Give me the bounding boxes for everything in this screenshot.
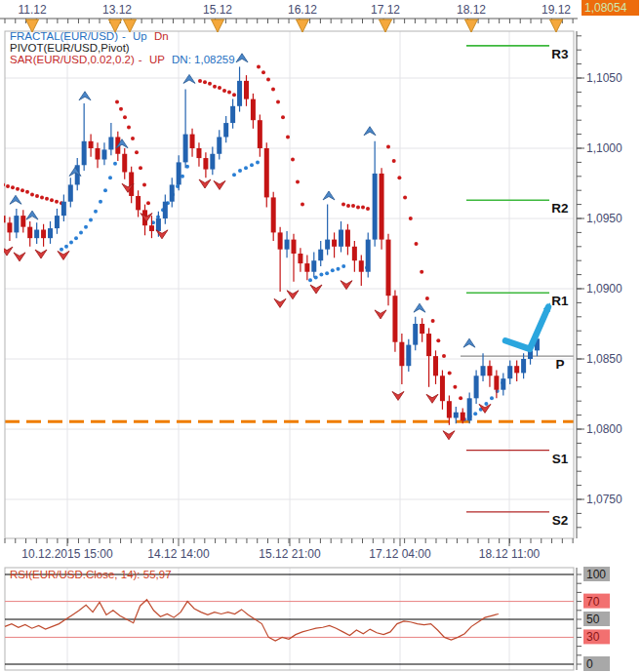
- sar-dot: [296, 180, 300, 184]
- candle-body: [291, 240, 296, 254]
- candle-body: [14, 216, 19, 232]
- legend-line-sar[interactable]: SAR(EUR/USD,0.02,0.2)- UP DN: 1,08259: [10, 54, 239, 65]
- fractal-up-icon: [364, 127, 376, 136]
- candle-body: [339, 230, 343, 247]
- sar-dot: [420, 270, 423, 274]
- candle-body: [7, 222, 12, 232]
- sar-dot: [496, 389, 500, 393]
- sar-dn-value: DN: 1,08259: [172, 54, 235, 65]
- sar-dot: [40, 195, 44, 199]
- fractal-down-icon: [443, 431, 455, 440]
- fractal-down-icon: [392, 391, 404, 400]
- sar-dot: [198, 79, 202, 83]
- candle-body: [332, 240, 337, 247]
- fractal-down-icon: [375, 310, 386, 319]
- candle-body: [359, 260, 364, 272]
- price-axis[interactable]: 1,10501,10001,09501,09001,08501,08001,07…: [577, 31, 622, 538]
- sar-dot: [436, 338, 440, 342]
- sar-dot: [366, 207, 370, 211]
- sar-indicator-label[interactable]: SAR(EUR/USD,0.02,0.2): [10, 54, 135, 65]
- session-marker-icon[interactable]: [297, 20, 309, 32]
- sar-dot: [142, 182, 146, 186]
- sar-dot: [103, 188, 107, 192]
- candle-body: [251, 99, 256, 121]
- session-marker-icon[interactable]: [465, 20, 478, 32]
- sar-dot: [99, 200, 102, 204]
- sar-dot: [108, 176, 112, 179]
- candle-body: [285, 240, 290, 250]
- session-marker-icon[interactable]: [380, 20, 392, 32]
- rsi-level-label: 50: [586, 613, 600, 626]
- pivot-label-S2: S2: [552, 513, 569, 528]
- rsi-indicator-legend[interactable]: RSI(EUR/USD.Close, 14): 55,97: [10, 569, 172, 580]
- alert-price-badge[interactable]: 1,08054: [582, 0, 639, 16]
- candle-body: [61, 202, 66, 216]
- sar-dot: [135, 150, 139, 154]
- sar-dot: [261, 70, 265, 74]
- fractal-sep: -: [122, 30, 126, 42]
- sar-dot: [1, 182, 5, 186]
- fractal-down-icon: [214, 180, 225, 189]
- candle-body: [101, 149, 106, 159]
- candle-body: [223, 123, 228, 137]
- session-marker-icon[interactable]: [550, 20, 563, 32]
- legend-line-pivot[interactable]: PIVOT(EUR/USD,Pivot): [10, 42, 239, 54]
- candle-body: [380, 174, 384, 240]
- candle-body: [217, 137, 221, 153]
- fractal-dn-value: Dn: [154, 30, 169, 42]
- candle-body: [433, 356, 438, 376]
- sar-dot: [484, 402, 488, 406]
- candle-body: [20, 216, 25, 227]
- fractal-up-value: Up: [133, 30, 147, 42]
- candle-body: [258, 120, 262, 148]
- trend-arrow-annotation[interactable]: [505, 307, 548, 349]
- sar-dot: [123, 115, 127, 119]
- candle-body: [156, 218, 161, 231]
- candle-body: [82, 141, 87, 165]
- fractal-up-icon: [183, 74, 195, 83]
- candle-body: [399, 342, 404, 366]
- price-axis-label: 1,0850: [586, 352, 622, 366]
- rsi-level-label: 100: [586, 568, 606, 581]
- candle-body: [237, 81, 242, 106]
- price-axis-label: 1,1050: [586, 71, 622, 85]
- sar-dot: [25, 190, 29, 194]
- sar-dot: [442, 354, 446, 358]
- bottom-date-label: 18.12 11:00: [479, 547, 541, 561]
- fractal-up-icon: [414, 303, 425, 312]
- sar-dot: [55, 200, 59, 204]
- sar-dot: [453, 385, 457, 389]
- price-data-layer: [1, 54, 540, 440]
- sar-dot: [227, 90, 231, 94]
- price-axis-label: 1,0950: [586, 212, 622, 225]
- candle-body: [210, 154, 215, 170]
- candlesticks-layer: [1, 66, 540, 424]
- sar-dot: [341, 203, 345, 207]
- fractal-down-icon: [1, 247, 13, 256]
- bottom-time-axis[interactable]: 10.12.2015 15:0014.12 14:0015.12 21:0017…: [5, 538, 573, 561]
- candle-body: [136, 196, 140, 210]
- fractal-indicator-label[interactable]: FRACTAL(EUR/USD): [10, 30, 118, 42]
- top-date-label: 16.12: [288, 3, 317, 17]
- sar-dot: [281, 115, 285, 119]
- sar-dot: [351, 204, 355, 208]
- candle-body: [304, 263, 309, 272]
- sar-dot: [203, 80, 207, 84]
- sar-dot: [346, 204, 350, 208]
- sar-dot: [11, 185, 15, 189]
- pivot-indicator-label[interactable]: PIVOT(EUR/USD,Pivot): [10, 42, 130, 54]
- sar-dot: [213, 85, 217, 89]
- sar-dot: [127, 125, 131, 129]
- rsi-level-label: 0: [586, 657, 593, 671]
- sar-dot: [266, 77, 270, 81]
- sar-dot: [232, 93, 236, 97]
- candle-body: [89, 141, 94, 148]
- candle-body: [507, 366, 512, 378]
- legend-line-fractal[interactable]: FRACTAL(EUR/USD)- Up Dn: [10, 30, 239, 42]
- pivot-label-R1: R1: [551, 294, 569, 308]
- candle-body: [392, 296, 397, 342]
- top-time-axis[interactable]: 11.1213.1215.1216.1217.1218.1219.12: [0, 3, 578, 32]
- fractal-down-icon: [426, 394, 438, 403]
- sar-dot: [386, 145, 390, 149]
- rsi-axis[interactable]: 1007050300: [5, 567, 610, 671]
